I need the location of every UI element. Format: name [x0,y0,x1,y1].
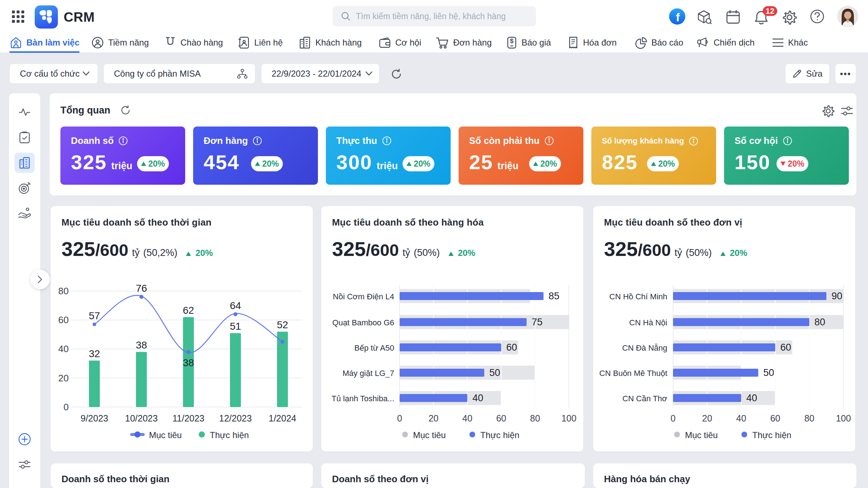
svg-text:38: 38 [183,357,194,368]
svg-text:100: 100 [836,413,851,423]
svg-text:Thực hiện: Thực hiện [752,430,791,440]
svg-text:60: 60 [496,413,506,423]
svg-text:0: 0 [64,402,69,412]
svg-text:32: 32 [89,348,100,359]
svg-text:60: 60 [780,342,791,353]
svg-text:40: 40 [462,413,472,423]
svg-text:40: 40 [58,343,69,354]
svg-text:Bếp từ A50: Bếp từ A50 [354,343,394,352]
svg-text:0: 0 [671,413,676,423]
svg-text:60: 60 [58,314,69,325]
svg-text:11/2023: 11/2023 [173,413,205,423]
svg-text:62: 62 [183,305,194,316]
svg-text:f: f [676,11,680,24]
svg-text:1/2024: 1/2024 [269,413,297,423]
svg-text:$: $ [510,38,514,44]
svg-text:52: 52 [277,319,288,330]
svg-text:60: 60 [506,342,517,353]
svg-text:9/2023: 9/2023 [81,413,108,423]
svg-text:80: 80 [58,286,69,296]
svg-text:38: 38 [136,339,147,351]
svg-text:Nồi Cơm Điện L4: Nồi Cơm Điện L4 [333,292,394,301]
svg-text:20: 20 [702,413,712,423]
svg-text:64: 64 [230,300,241,311]
svg-text:80: 80 [804,413,814,423]
svg-text:CN Buôn Mê Thuột: CN Buôn Mê Thuột [599,369,667,378]
svg-text:50: 50 [763,367,774,378]
svg-text:0: 0 [397,413,402,423]
svg-text:Mục tiêu: Mục tiêu [149,430,182,440]
svg-text:60: 60 [770,413,780,423]
svg-text:CN Hồ Chí Minh: CN Hồ Chí Minh [609,292,667,301]
svg-text:40: 40 [736,413,746,423]
svg-text:CN Hà Nội: CN Hà Nội [629,318,667,327]
svg-text:20: 20 [58,373,69,384]
svg-text:40: 40 [472,393,483,403]
svg-text:Tủ lạnh Toshiba...: Tủ lạnh Toshiba... [332,394,394,403]
svg-text:Mục tiêu: Mục tiêu [685,430,718,440]
svg-text:75: 75 [532,317,542,328]
svg-text:57: 57 [89,310,100,321]
svg-text:51: 51 [230,321,241,332]
svg-text:50: 50 [489,367,500,378]
svg-text:76: 76 [136,283,147,294]
svg-text:10/2023: 10/2023 [125,413,158,423]
svg-text:80: 80 [530,413,540,423]
svg-text:12/2023: 12/2023 [219,413,252,423]
svg-text:100: 100 [561,413,576,423]
svg-text:Quạt Bamboo G6: Quạt Bamboo G6 [332,318,394,327]
svg-text:80: 80 [814,317,825,328]
svg-text:CN Cần Thơ: CN Cần Thơ [622,394,667,403]
svg-text:CN Đà Nẵng: CN Đà Nẵng [622,343,667,352]
svg-text:Thực hiện: Thực hiện [210,430,249,440]
svg-text:90: 90 [831,291,842,301]
svg-text:Mục tiêu: Mục tiêu [413,430,446,440]
svg-text:20: 20 [429,413,439,423]
svg-text:85: 85 [549,291,559,301]
svg-text:Máy giặt LG_7: Máy giặt LG_7 [342,369,394,378]
svg-text:Thực hiện: Thực hiện [480,430,519,440]
svg-text:40: 40 [746,393,757,403]
